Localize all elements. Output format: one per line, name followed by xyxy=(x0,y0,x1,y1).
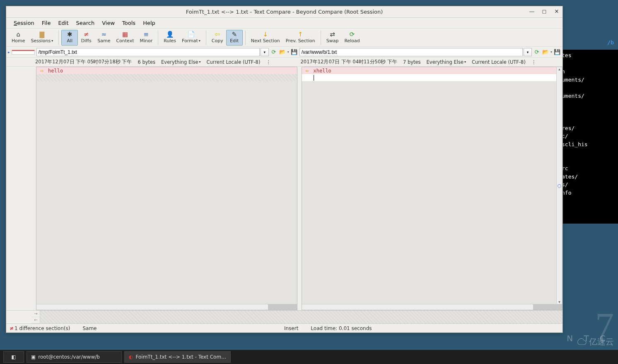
not-equal-icon: ≠ xyxy=(84,31,89,38)
menubar: Session File Edit Search View Tools Help xyxy=(6,18,562,29)
merge-arrow-column: → ← xyxy=(32,311,40,323)
next-section-button[interactable]: ↓ Next Section xyxy=(248,30,283,46)
close-button[interactable]: ✕ xyxy=(553,8,560,15)
status-differences: ≠1 difference section(s) xyxy=(10,325,70,331)
merge-left-arrow-icon[interactable]: ← xyxy=(32,317,40,324)
pencil-icon: ✎ xyxy=(232,31,237,38)
right-text-area[interactable]: ⇦ xhello xyxy=(302,67,562,304)
left-timestamp: 2017年12月07日 下午 05时07分18秒 下午 xyxy=(35,59,132,65)
right-path-dropdown[interactable]: ▾ xyxy=(524,48,532,56)
maximize-button[interactable]: ◻ xyxy=(541,8,548,15)
left-path-input[interactable] xyxy=(36,48,260,56)
taskbar-item-terminal[interactable]: ▣ root@centos:/var/www/b xyxy=(27,351,122,363)
arrow-down-icon: ↓ xyxy=(263,31,268,38)
bcompare-icon: ◐ xyxy=(129,354,133,360)
right-refresh-icon[interactable]: ⟳ xyxy=(533,48,541,56)
thumbnail-minimap[interactable] xyxy=(12,50,35,55)
folder-icon: ▇ xyxy=(40,31,45,38)
terminal-path-fragment: /b xyxy=(607,39,614,46)
context-filter-button[interactable]: ▦ Context xyxy=(113,30,137,46)
swap-button[interactable]: ⇄ Swap xyxy=(323,30,342,46)
right-path-input[interactable] xyxy=(299,48,523,56)
swap-icon: ⇄ xyxy=(330,31,335,38)
scroll-up-icon[interactable]: ▴ xyxy=(558,67,560,71)
statusbar: ≠1 difference section(s) Same Insert Loa… xyxy=(6,323,562,333)
rules-button[interactable]: 👤 Rules xyxy=(161,30,179,46)
titlebar: FoimTt_1.txt <--> 1.txt - Text Compare -… xyxy=(6,6,562,18)
right-filter-dropdown[interactable]: Everything Else▾ xyxy=(427,59,466,65)
right-file-size: 7 bytes xyxy=(403,59,421,65)
status-load-time: Load time: 0.01 seconds xyxy=(311,325,372,331)
right-vertical-scrollbar[interactable]: ▴ ○ ▾ xyxy=(556,67,562,304)
taskbar-item-bcompare[interactable]: ◐ FoimTt_1.txt <--> 1.txt - Text Com… xyxy=(124,351,231,363)
format-icon: 📄 xyxy=(187,31,195,38)
menu-edit[interactable]: Edit xyxy=(55,19,72,27)
watermark-logo: 亿速云 xyxy=(577,336,614,347)
background-terminal: tes h uments/ uments/ res/ c/ scli_his r… xyxy=(560,50,618,224)
home-icon: ⌂ xyxy=(16,31,20,38)
menu-file[interactable]: File xyxy=(39,19,54,27)
minimize-button[interactable]: — xyxy=(529,8,535,15)
right-save-icon[interactable]: 💾 xyxy=(553,48,561,56)
left-pane: ⇨ hello xyxy=(36,67,297,310)
right-horizontal-scrollbar[interactable] xyxy=(302,304,562,310)
right-open-icon[interactable]: 📂 xyxy=(542,48,549,56)
right-pane: ⇦ xhello ▴ ○ ▾ xyxy=(302,67,563,310)
reload-icon: ⟳ xyxy=(350,31,355,38)
right-line-1: xhello xyxy=(313,68,562,74)
left-filter-dropdown[interactable]: Everything Else▾ xyxy=(161,59,200,65)
format-button[interactable]: 📄 Format▾ xyxy=(179,30,203,46)
merge-output-area[interactable] xyxy=(40,311,562,323)
asterisk-icon: ✱ xyxy=(67,31,72,38)
left-horizontal-scrollbar[interactable] xyxy=(36,304,297,310)
minor-filter-button[interactable]: ≡ Minor xyxy=(137,30,156,46)
left-open-icon[interactable]: 📂 xyxy=(279,48,286,56)
beyond-compare-window: FoimTt_1.txt <--> 1.txt - Text Compare -… xyxy=(6,6,563,333)
path-row: ▸ ▾ ⟳ 📂 ▾ 💾 ▾ ⟳ 📂 ▾ 💾 xyxy=(6,47,562,58)
home-button[interactable]: ⌂ Home xyxy=(9,30,28,46)
compare-area: ⇨ hello ⇦ xhello xyxy=(6,67,562,323)
sessions-button[interactable]: ▇ Sessions▾ xyxy=(28,30,56,46)
left-file-size: 6 bytes xyxy=(138,59,155,65)
all-filter-button[interactable]: ✱ All xyxy=(61,30,78,46)
left-encoding[interactable]: Current Locale (UTF-8) xyxy=(207,59,261,65)
scroll-thumb-icon[interactable]: ○ xyxy=(558,183,562,188)
left-more-icon[interactable]: ⋮ xyxy=(266,59,271,65)
minor-icon: ≡ xyxy=(144,31,149,38)
prev-section-button[interactable]: ↑ Prev. Section xyxy=(283,30,318,46)
diffs-filter-button[interactable]: ≠ Diffs xyxy=(78,30,94,46)
scroll-down-icon[interactable]: ▾ xyxy=(558,300,560,304)
text-cursor xyxy=(314,75,314,81)
app-launcher-button[interactable]: ◧ xyxy=(3,351,24,363)
status-same: Same xyxy=(82,325,97,331)
left-line-1: hello xyxy=(47,68,297,74)
nav-arrow-icon: ▸ xyxy=(8,50,10,54)
desktop-taskbar: ◧ ▣ root@centos:/var/www/b ◐ FoimTt_1.tx… xyxy=(0,350,618,364)
reload-button[interactable]: ⟳ Reload xyxy=(341,30,362,46)
left-line-marker-icon: ⇨ xyxy=(36,67,47,74)
menu-tools[interactable]: Tools xyxy=(119,19,139,27)
arrow-up-icon: ↑ xyxy=(298,31,303,38)
edit-button[interactable]: ✎ Edit xyxy=(226,30,243,46)
merge-right-arrow-icon[interactable]: → xyxy=(32,311,40,317)
terminal-icon: ▣ xyxy=(31,354,36,360)
menu-view[interactable]: View xyxy=(99,19,118,27)
left-text-area[interactable]: ⇨ hello xyxy=(36,67,297,304)
referee-icon: 👤 xyxy=(166,31,174,38)
toolbar: ⌂ Home ▇ Sessions▾ ✱ All ≠ Diffs ≈ Same xyxy=(6,29,562,47)
menu-help[interactable]: Help xyxy=(140,19,159,27)
window-title: FoimTt_1.txt <--> 1.txt - Text Compare -… xyxy=(186,9,383,15)
context-icon: ▦ xyxy=(122,31,128,38)
right-line-marker-icon: ⇦ xyxy=(302,67,313,74)
info-row: 2017年12月07日 下午 05时07分18秒 下午 6 bytes Ever… xyxy=(6,58,562,67)
left-save-icon[interactable]: 💾 xyxy=(290,48,298,56)
menu-session[interactable]: Session xyxy=(10,19,38,27)
left-path-dropdown[interactable]: ▾ xyxy=(261,48,269,56)
same-filter-button[interactable]: ≈ Same xyxy=(94,30,113,46)
left-refresh-icon[interactable]: ⟳ xyxy=(270,48,278,56)
right-more-icon[interactable]: ⋮ xyxy=(531,59,536,65)
right-encoding[interactable]: Current Locale (UTF-8) xyxy=(472,59,526,65)
menu-search[interactable]: Search xyxy=(73,19,98,27)
copy-button[interactable]: ⇦ Copy xyxy=(209,30,226,46)
status-edit-mode: Insert xyxy=(284,325,298,331)
